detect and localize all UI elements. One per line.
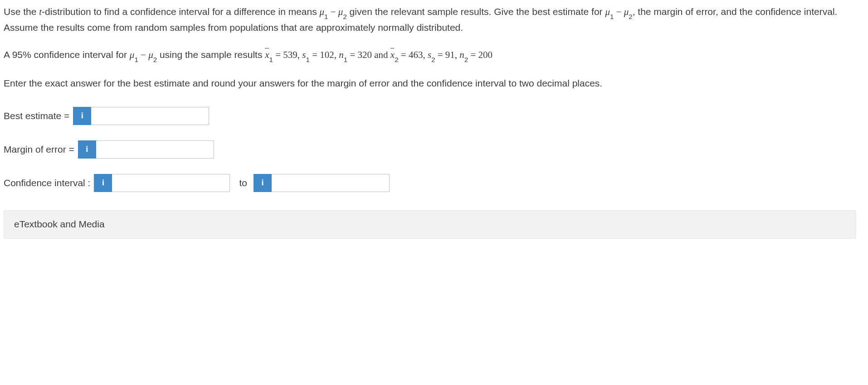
best-estimate-input[interactable] <box>91 107 209 125</box>
eq6: = 200 <box>468 49 493 60</box>
p-sub1: 1 <box>134 56 138 63</box>
s2: s <box>428 49 431 60</box>
p-minus: − <box>138 49 148 60</box>
info-icon[interactable]: i <box>78 140 96 159</box>
question-text-part: Use the <box>4 6 39 17</box>
n2-sub: 2 <box>464 56 468 63</box>
margin-of-error-label: Margin of error = <box>4 142 74 157</box>
eq3: = 320 and <box>347 49 390 60</box>
xbar1: x <box>265 48 269 63</box>
p-mu2: μ <box>148 49 153 60</box>
mu1: μ <box>320 6 325 17</box>
sub2b: 2 <box>629 13 632 20</box>
n1: n <box>339 49 344 60</box>
mu1b: μ <box>605 6 610 17</box>
confidence-interval-label: Confidence interval : <box>4 176 90 191</box>
confidence-interval-row: Confidence interval : i to i <box>4 174 864 192</box>
to-label: to <box>239 176 247 191</box>
minus-sign: − <box>328 6 338 17</box>
n1-sub: 1 <box>344 56 347 63</box>
question-text-part: given the relevant sample results. Give … <box>347 6 605 17</box>
mu2b: μ <box>624 6 629 17</box>
xbar1-sub: 1 <box>269 56 273 63</box>
margin-of-error-input[interactable] <box>96 140 214 159</box>
eq5: = 91, <box>435 49 459 60</box>
s2-sub: 2 <box>431 56 435 63</box>
info-icon[interactable]: i <box>254 174 272 192</box>
xbar2-sub: 2 <box>395 56 398 63</box>
eq2: = 102, <box>310 49 339 60</box>
sub1b: 1 <box>610 13 614 20</box>
p-mu1: μ <box>130 49 135 60</box>
question-text-part: -distribution to find a confidence inter… <box>42 6 319 17</box>
params-mid: using the sample results <box>157 49 265 60</box>
question-paragraph: Use the t-distribution to find a confide… <box>4 5 861 35</box>
eq1: = 539, <box>273 49 302 60</box>
params-lead: A 95% confidence interval for <box>4 49 130 60</box>
best-estimate-row: Best estimate = i <box>4 107 864 125</box>
info-icon[interactable]: i <box>73 107 91 125</box>
sub2: 2 <box>343 13 346 20</box>
etextbook-and-media-button[interactable]: eTextbook and Media <box>4 210 856 239</box>
etextbook-label: eTextbook and Media <box>14 219 105 229</box>
best-estimate-label: Best estimate = <box>4 109 69 124</box>
mu2: μ <box>338 6 343 17</box>
p-sub2: 2 <box>153 56 157 63</box>
minus-sign-b: − <box>614 6 624 17</box>
ci-upper-input[interactable] <box>272 174 390 192</box>
margin-of-error-row: Margin of error = i <box>4 140 864 159</box>
ci-lower-input[interactable] <box>112 174 230 192</box>
info-icon[interactable]: i <box>94 174 112 192</box>
parameters-line: A 95% confidence interval for μ1 − μ2 us… <box>4 48 864 63</box>
xbar2: x <box>390 48 395 63</box>
instructions-text: Enter the exact answer for the best esti… <box>4 76 861 91</box>
n2: n <box>459 49 464 60</box>
eq4: = 463, <box>399 49 428 60</box>
s1-sub: 1 <box>306 56 309 63</box>
sub1: 1 <box>324 13 328 20</box>
